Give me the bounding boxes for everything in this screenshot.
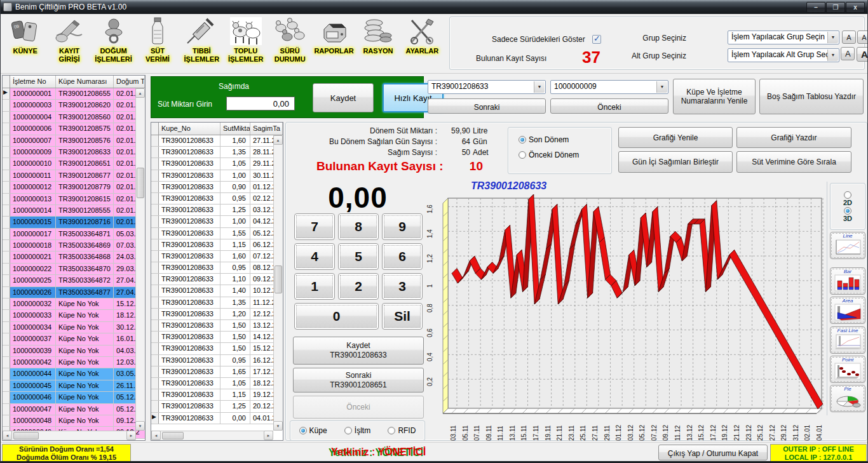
- table-row[interactable]: 1000000048Küpe No Yok09.12.2: [3, 415, 145, 427]
- table-row[interactable]: 1000000037Küpe No Yok16.01.2: [3, 333, 145, 345]
- scroll-up-icon[interactable]: ▲: [273, 135, 283, 145]
- numpad-key-9[interactable]: 9: [382, 213, 423, 240]
- period-radio-option-önceki-dönem[interactable]: Önceki Dönem: [519, 151, 611, 159]
- milk-grid-hscrollbar[interactable]: ◄ ►: [151, 431, 273, 440]
- table-row[interactable]: TR390012086331,1506.12.2: [151, 239, 283, 251]
- period-radio-option-son-dönem[interactable]: Son Dönem: [519, 135, 611, 144]
- scroll-left-icon[interactable]: ◄: [151, 431, 161, 440]
- toolbar-button-toplu-islemler[interactable]: TOPLU İŞLEMLER: [224, 15, 268, 64]
- numpad-key-5[interactable]: 5: [338, 243, 379, 270]
- numpad-key-3[interactable]: 3: [382, 273, 423, 300]
- radio-icon[interactable]: [519, 151, 526, 159]
- radio-icon[interactable]: [388, 427, 395, 434]
- animal-grid-hscrollbar[interactable]: ◄ ►: [3, 431, 136, 440]
- toolbar-button-suru-durumu[interactable]: SÜRÜ DURUMU: [268, 15, 311, 64]
- numpad-key-4[interactable]: 4: [294, 243, 335, 270]
- table-row[interactable]: TR390012086331,6007.12.2: [151, 251, 283, 262]
- table-row[interactable]: 1000000011TR3900120867702.01.2: [3, 170, 145, 182]
- table-row[interactable]: 1000000044Küpe No Yok03.05.2: [3, 368, 145, 380]
- table-row[interactable]: 1000000021TR3500336486824.03.2: [3, 252, 145, 263]
- numpad-key-6[interactable]: 6: [382, 243, 423, 270]
- table-row[interactable]: TR390012086331,3511.12.2: [151, 297, 283, 309]
- column-header-isletme-no[interactable]: İşletme No: [10, 76, 56, 88]
- column-header-dogum[interactable]: Doğum T: [114, 76, 145, 88]
- id-mode-radio-option-i̇şltm[interactable]: İşltm: [344, 426, 370, 435]
- table-row[interactable]: TR390012086331,5014.12.2: [151, 332, 283, 343]
- column-header-kupe-numarasi[interactable]: Küpe Numarası: [56, 76, 114, 88]
- refresh-graph-button[interactable]: Grafiği Yenile: [618, 127, 733, 148]
- numpad-key-sil[interactable]: Sil: [382, 303, 423, 330]
- radio-icon[interactable]: [299, 427, 307, 434]
- table-row[interactable]: 1000000045Küpe No Yok26.11.2: [3, 380, 145, 392]
- table-row[interactable]: TR390012086331,2012.12.2: [151, 309, 283, 320]
- table-row[interactable]: 1000000032Küpe No Yok15.12.2: [3, 299, 145, 310]
- toolbar-button-kunye[interactable]: 09KÜNYE: [3, 15, 47, 55]
- table-row[interactable]: 1000000007TR3900120857602.01.2: [3, 135, 145, 147]
- table-row[interactable]: 1000000015TR3900120871602.01.2: [3, 217, 145, 228]
- id-mode-radio-option-küpe[interactable]: Küpe: [299, 426, 327, 435]
- table-row[interactable]: TR390012086331,4010.12.2: [151, 285, 283, 297]
- milk-grid-vscrollbar[interactable]: ▲ ▼: [273, 135, 283, 431]
- prev-animal-button[interactable]: Önceki: [550, 98, 668, 114]
- chart-type-button-area[interactable]: Area: [830, 297, 865, 324]
- font-size-button-4[interactable]: A: [857, 47, 868, 62]
- table-row[interactable]: 1000000025TR3500336487227.04.2: [3, 275, 145, 286]
- toolbar-button-sut-verimi[interactable]: SÜT VERİMİ: [135, 15, 179, 64]
- logout-button[interactable]: Çıkış Yap / Oturumu Kapat: [658, 445, 768, 460]
- table-row[interactable]: 1000000012TR3900120877902.01.2: [3, 182, 145, 193]
- refresh-numbers-button[interactable]: Küpe Ve İşletme Numaralarını Yenile: [673, 79, 756, 114]
- scroll-left-icon[interactable]: ◄: [3, 431, 12, 440]
- milk-amount-input[interactable]: [226, 97, 295, 111]
- table-row[interactable]: 1000000010TR3900120865102.01.2: [3, 158, 145, 170]
- next-record-button[interactable]: Sonraki TR39001208651: [293, 368, 424, 393]
- table-row[interactable]: TR390012086331,0004.12.2: [151, 216, 283, 227]
- table-row[interactable]: 1000000046Küpe No Yok05.12.2: [3, 392, 145, 403]
- toolbar-button-tibbi-islemler[interactable]: TIBBİ İŞLEMLER: [180, 15, 224, 64]
- sort-by-yield-button[interactable]: Süt Verimine Göre Sırala: [736, 151, 851, 173]
- show-only-herd-checkbox[interactable]: [592, 35, 601, 44]
- table-row[interactable]: TR390012086330,9508.12.2: [151, 262, 283, 274]
- table-row[interactable]: TR390012086331,5505.12.2: [151, 228, 283, 239]
- scroll-down-icon[interactable]: ▼: [135, 421, 145, 431]
- table-row[interactable]: TR390012086331,3528.11.2: [151, 147, 283, 158]
- column-header-sagimta[interactable]: SagimTa: [250, 123, 283, 135]
- radio-icon[interactable]: [519, 136, 526, 144]
- table-row[interactable]: 1000000033Küpe No Yok18.12.2: [3, 310, 145, 321]
- chart-type-button-fast-line[interactable]: Fast Line: [830, 326, 865, 354]
- isletme-number-select[interactable]: 1000000009 ▼: [550, 80, 668, 94]
- previous-record-button[interactable]: Önceki: [293, 396, 424, 419]
- table-row[interactable]: 1000000042Küpe No Yok12.03.2: [3, 357, 145, 368]
- dimension-radio-2d[interactable]: 2D: [843, 191, 852, 206]
- table-row[interactable]: TR390012086330,9516.12.2: [151, 355, 283, 366]
- merge-daily-milkings-button[interactable]: Gün İçi Sağımları Birleştir: [618, 151, 733, 173]
- radio-icon[interactable]: [844, 207, 851, 215]
- table-row[interactable]: TR390012086331,5015.12.2: [151, 343, 283, 354]
- table-row[interactable]: 1000000026TR3500336487727.04.2: [3, 287, 145, 299]
- table-row[interactable]: 1000000009TR3900120863302.01.2: [3, 147, 145, 158]
- chevron-down-icon[interactable]: ▼: [534, 81, 545, 93]
- table-row[interactable]: 1000000022TR3500336487029.03.2: [3, 264, 145, 275]
- column-header-sutmiktari[interactable]: SutMiktari: [220, 123, 250, 135]
- chevron-down-icon[interactable]: ▼: [827, 50, 838, 61]
- radio-icon[interactable]: [344, 427, 352, 434]
- table-row[interactable]: TR390012086331,2503.12.2: [151, 205, 283, 216]
- table-row[interactable]: TR390012086331,0529.11.2: [151, 158, 283, 170]
- dimension-radio-3d[interactable]: 3D: [843, 207, 852, 222]
- numpad-key-0[interactable]: 0: [294, 303, 379, 330]
- toolbar-button-dogum-islemleri[interactable]: DOĞUM İŞLEMLERİ: [92, 15, 135, 64]
- scroll-right-icon[interactable]: ►: [264, 431, 273, 440]
- print-graph-button[interactable]: Grafiği Yazdır: [736, 127, 851, 148]
- font-size-button-1[interactable]: A: [842, 30, 856, 44]
- numpad-key-8[interactable]: 8: [338, 213, 379, 240]
- chevron-down-icon[interactable]: ▼: [827, 32, 838, 43]
- toolbar-button-rasyon[interactable]: RASYON: [356, 15, 400, 55]
- table-row[interactable]: TR390012086331,1519.12.2: [151, 389, 283, 401]
- print-empty-table-button[interactable]: Boş Sağım Tablosu Yazdır: [759, 79, 864, 114]
- table-row[interactable]: 1000000018TR3500336486907.03.2: [3, 240, 145, 252]
- table-row[interactable]: TR390012086331,0518.12.2: [151, 378, 283, 389]
- table-row[interactable]: TR390012086331,6517.12.2: [151, 366, 283, 378]
- table-row[interactable]: TR390012086330,9502.12.2: [151, 193, 283, 205]
- animal-grid-vscrollbar[interactable]: ▲ ▼: [135, 88, 145, 431]
- id-mode-radio-option-rfid[interactable]: RFID: [388, 426, 416, 435]
- table-row[interactable]: TR390012086331,2520.12.2: [151, 401, 283, 412]
